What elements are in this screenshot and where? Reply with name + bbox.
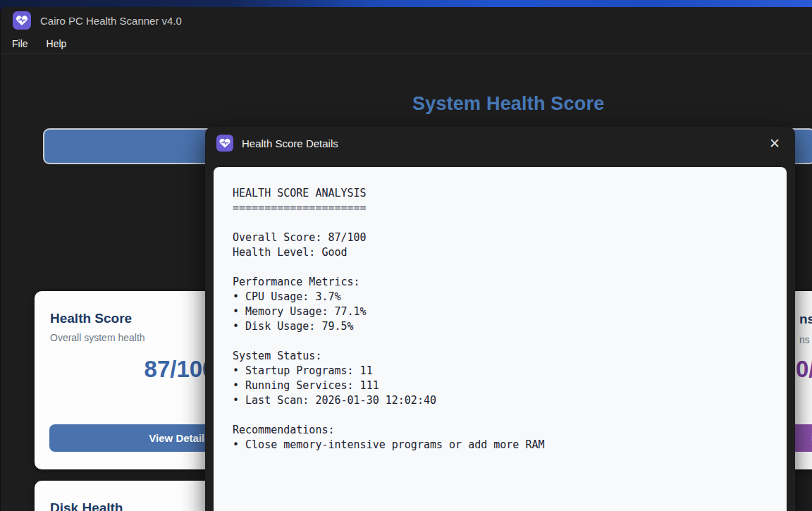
menubar: File Help [1,34,812,54]
health-score-details-dialog: Health Score Details ✕ HEALTH SCORE ANAL… [205,127,795,511]
menu-file[interactable]: File [12,38,28,49]
dialog-content-panel: HEALTH SCORE ANALYSIS ==================… [214,167,787,511]
partial-card-subtitle: ns [799,334,810,345]
partial-card-value: 0/ [796,356,812,383]
dialog-title: Health Score Details [242,137,338,149]
health-analysis-text: HEALTH SCORE ANALYSIS ==================… [214,167,787,452]
heart-pulse-dialog-icon [216,135,233,152]
window-title: Cairo PC Health Scanner v4.0 [40,15,182,27]
heart-pulse-app-icon [13,11,31,30]
page-title: System Health Score [412,93,604,115]
menu-help[interactable]: Help [47,38,67,49]
dialog-titlebar: Health Score Details ✕ [205,127,795,159]
titlebar: Cairo PC Health Scanner v4.0 [1,7,812,34]
partial-card-title: ns [799,312,812,327]
close-icon[interactable]: ✕ [765,135,784,153]
